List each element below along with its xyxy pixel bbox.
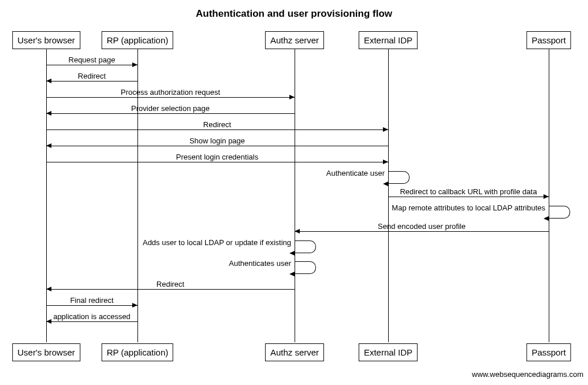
message-label: Redirect to callback URL with profile da… (400, 187, 537, 196)
diagram-credit: www.websequencediagrams.com (472, 370, 583, 379)
message-label: Redirect (78, 72, 106, 80)
message-label: application is accessed (53, 312, 131, 321)
message-label: Send encoded user profile (378, 222, 466, 231)
message-label: Redirect (157, 280, 184, 288)
actor-rp: RP (application) (102, 343, 173, 361)
message-label: Map remote attributes to local LDAP attr… (392, 203, 545, 212)
self-message (295, 261, 316, 274)
message-label: Adds user to local LDAP or update if exi… (143, 238, 291, 247)
self-message (549, 206, 570, 219)
actor-authz: Authz server (265, 31, 324, 49)
sequence-diagram: Authentication and user provisioning flo… (0, 0, 588, 385)
actor-browser: User's browser (12, 31, 80, 49)
message-label: Redirect (203, 120, 231, 129)
actor-passport: Passport (526, 31, 571, 49)
actor-passport: Passport (526, 343, 571, 361)
actor-idp: External IDP (359, 31, 418, 49)
message-label: Authenticate user (326, 169, 385, 177)
actor-idp: External IDP (359, 343, 418, 361)
actor-browser: User's browser (12, 343, 80, 361)
actor-authz: Authz server (265, 343, 324, 361)
message-label: Final redirect (70, 296, 113, 305)
lifeline-passport (549, 49, 549, 342)
message-label: Present login credentials (176, 153, 258, 161)
self-message (388, 171, 410, 184)
message-label: Request page (69, 55, 116, 64)
lifeline-browser (46, 49, 47, 342)
self-message (295, 240, 316, 253)
message-label: Provider selection page (131, 104, 210, 113)
lifeline-authz (295, 49, 295, 342)
actor-rp: RP (application) (102, 31, 173, 49)
diagram-title: Authentication and user provisioning flo… (0, 8, 588, 20)
message-label: Process authorization request (121, 88, 220, 97)
lifeline-idp (388, 49, 389, 342)
message-label: Show login page (189, 136, 245, 145)
message-label: Authenticates user (229, 259, 291, 268)
